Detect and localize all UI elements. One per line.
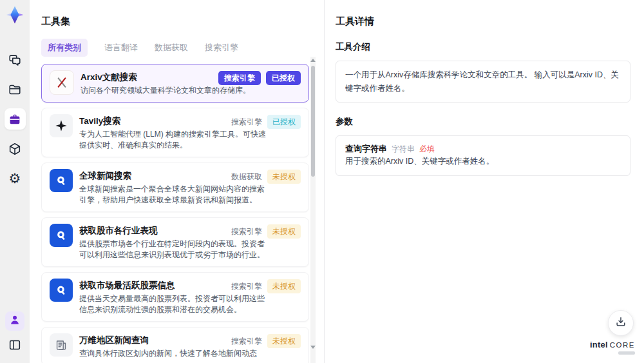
tool-card[interactable]: Tavily搜索 专为人工智能代理 (LLM) 构建的搜索引擎工具。可快速提供实… [41, 108, 309, 157]
scrollbar[interactable] [310, 57, 316, 363]
tool-description: 提供股票市场各个行业在特定时间段内的表现。投资者可以利用这些信息来识别表现优于或… [79, 239, 267, 260]
news-search-icon [54, 228, 68, 242]
category-badge: 搜索引擎 [231, 224, 262, 239]
auth-badge: 未授权 [267, 334, 301, 348]
gem-logo-icon [5, 5, 24, 25]
auth-badge: 未授权 [267, 224, 301, 239]
intel-core-sub-badge [618, 351, 635, 355]
tool-icon [50, 70, 74, 95]
auth-badge: 未授权 [267, 279, 301, 293]
tab-all-categories[interactable]: 所有类别 [41, 39, 88, 57]
intro-title: 工具介绍 [336, 41, 630, 53]
news-search-icon [54, 283, 68, 297]
tool-icon [50, 114, 73, 137]
download-icon [614, 315, 627, 331]
page-title: 工具集 [41, 15, 309, 28]
intro-text: 一个用于从Arxiv存储库搜索科学论文和文章的工具。 输入可以是Arxiv ID… [345, 68, 621, 95]
category-badge: 搜索引擎 [231, 279, 262, 293]
sidebar-item-settings[interactable]: ⚙ [5, 168, 26, 189]
folder-icon [8, 83, 22, 97]
intel-core-logo: intelCORE [590, 338, 635, 355]
intro-box: 一个用于从Arxiv存储库搜索科学论文和文章的工具。 输入可以是Arxiv ID… [336, 61, 630, 103]
scroll-down-arrow-icon[interactable] [310, 346, 316, 349]
tool-icon [50, 169, 73, 192]
param-type: 字符串 [392, 144, 415, 155]
sidebar-nav: ⚙ [5, 49, 26, 189]
sidebar-item-chat[interactable] [5, 49, 26, 70]
chat-icon [8, 53, 22, 67]
auth-badge: 已授权 [267, 115, 301, 129]
app-window: ⚙ 工 [0, 0, 644, 363]
news-search-icon [54, 173, 68, 188]
tool-icon [50, 279, 73, 302]
param-row: 查询字符串 字符串 必填 用于搜索的Arxiv ID、关键字或作者姓名。 [345, 143, 621, 168]
sidebar-item-files[interactable] [5, 79, 26, 100]
cube-icon [8, 142, 22, 156]
tool-details-panel: 工具详情 工具介绍 一个用于从Arxiv存储库搜索科学论文和文章的工具。 输入可… [336, 0, 630, 363]
tool-icon [50, 224, 73, 247]
sidebar-item-toolbox[interactable] [5, 108, 26, 130]
category-badge: 搜索引擎 [218, 71, 261, 85]
category-badge: 数据获取 [231, 170, 262, 184]
tab-data-acquisition[interactable]: 数据获取 [155, 39, 188, 57]
briefcase-icon [8, 112, 22, 126]
tab-search-engine[interactable]: 搜索引擎 [205, 39, 238, 57]
param-name: 查询字符串 [345, 143, 387, 155]
gear-icon: ⚙ [9, 172, 21, 185]
sidebar-bottom [5, 311, 26, 355]
tab-language-translation[interactable]: 语言翻译 [104, 39, 138, 57]
tool-list: Arxiv文献搜索 访问各个研究领域大量科学论文和文章的存储库。 搜索引擎 已授… [41, 64, 309, 363]
auth-badge: 已授权 [266, 71, 301, 85]
tool-description: 查询具体行政区划内的新闻，快速了解各地新闻动态 [79, 348, 267, 359]
category-badge: 搜索引擎 [231, 334, 262, 348]
intel-wordmark: intel [590, 340, 608, 349]
sidebar-item-models[interactable] [5, 138, 26, 159]
details-title: 工具详情 [336, 15, 630, 28]
toolset-column: 工具集 所有类别语言翻译数据获取搜索引擎 Arxiv文献搜索 [41, 0, 309, 363]
tool-icon [50, 333, 73, 357]
sidebar-item-profile[interactable] [5, 311, 24, 331]
category-badge: 搜索引擎 [231, 115, 262, 129]
panel-icon [8, 338, 22, 352]
category-tabs: 所有类别语言翻译数据获取搜索引擎 [41, 39, 309, 57]
sparkle-icon [54, 119, 68, 133]
tool-card[interactable]: 获取市场最活跃股票信息 提供当天交易量最高的股票列表。投资者可以利用这些信息来识… [41, 272, 309, 322]
core-wordmark: CORE [610, 341, 635, 349]
param-description: 用于搜索的Arxiv ID、关键字或作者姓名。 [345, 155, 621, 168]
tool-card[interactable]: 全球新闻搜索 全球新闻搜索是一个聚合全球各大新闻网站内容的搜索引擎，帮助用户快速… [41, 162, 309, 212]
auth-badge: 未授权 [267, 170, 301, 184]
tool-description: 全球新闻搜索是一个聚合全球各大新闻网站内容的搜索引擎，帮助用户快速获取全球最新资… [79, 184, 267, 206]
arxiv-icon [55, 75, 69, 90]
tool-card[interactable]: 获取股市各行业表现 提供股票市场各个行业在特定时间段内的表现。投资者可以利用这些… [41, 217, 309, 267]
scroll-up-arrow-icon[interactable] [310, 59, 316, 62]
tool-description: 访问各个研究领域大量科学论文和文章的存储库。 [80, 85, 269, 96]
scrollbar-thumb[interactable] [311, 66, 315, 177]
tool-description: 专为人工智能代理 (LLM) 构建的搜索引擎工具。可快速提供实时、准确和真实的结… [79, 129, 267, 151]
sidebar: ⚙ [0, 0, 30, 363]
param-required-badge: 必填 [419, 144, 435, 155]
params-box: 查询字符串 字符串 必填 用于搜索的Arxiv ID、关键字或作者姓名。 [336, 135, 630, 176]
app-logo[interactable] [4, 4, 26, 26]
newspaper-icon [54, 338, 68, 352]
tool-description: 提供当天交易量最高的股票列表。投资者可以利用这些信息来识别流动性强的股票和潜在的… [79, 293, 267, 315]
params-title: 参数 [336, 116, 630, 128]
tool-card[interactable]: 万维地区新闻查询 查询具体行政区划内的新闻，快速了解各地新闻动态 搜索引擎 未授… [41, 327, 309, 363]
sidebar-item-panel-toggle[interactable] [5, 334, 26, 355]
panel-divider [324, 0, 325, 363]
tool-card[interactable]: Arxiv文献搜索 访问各个研究领域大量科学论文和文章的存储库。 搜索引擎 已授… [41, 64, 309, 103]
person-icon [8, 313, 21, 329]
download-button[interactable] [608, 310, 634, 336]
